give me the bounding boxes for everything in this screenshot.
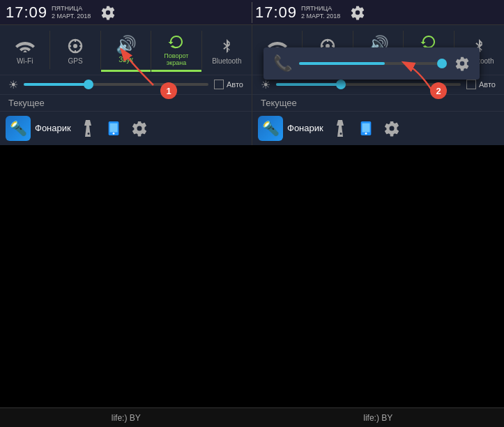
auto-check-right[interactable]: Авто	[466, 80, 496, 89]
time-right: 17:09	[255, 3, 297, 22]
time-left: 17:09	[6, 3, 47, 22]
svg-point-8	[112, 133, 114, 135]
fonarik-icon-left[interactable]	[6, 116, 31, 141]
bottom-label-right: life:) BY	[363, 413, 392, 423]
bottom-bar: life:) BY life:) BY	[0, 407, 504, 427]
gps-toggle[interactable]: GPS	[50, 28, 100, 72]
svg-point-1	[73, 44, 77, 48]
status-bar: 17:09 ПЯТНИЦА 2 МАРТ. 2018 17:09 ПЯТНИЦА…	[0, 0, 504, 25]
bluetooth-toggle[interactable]: Bluetooth	[202, 28, 252, 72]
auto-label-right: Авто	[479, 80, 496, 89]
settings-icon-right[interactable]	[383, 120, 400, 137]
auto-label-left: Авто	[227, 80, 243, 89]
flashlight-icon-right[interactable]	[333, 119, 349, 138]
brightness-thumb-right[interactable]	[336, 80, 346, 89]
fonarik-label-right: Фонарик	[287, 123, 323, 133]
date-right: ПЯТНИЦА 2 МАРТ. 2018	[301, 5, 340, 20]
bottom-label-left: life:) BY	[112, 413, 141, 423]
phone-icon-right[interactable]	[358, 119, 374, 138]
fonarik-app-left[interactable]: Фонарик	[6, 116, 71, 141]
shortcuts-right: Фонарик	[252, 112, 504, 145]
current-label-left: Текущее	[0, 95, 252, 112]
volume-settings-icon[interactable]	[455, 56, 470, 71]
fonarik-icon-right[interactable]	[258, 116, 283, 141]
brightness-icon-left: ☀	[8, 78, 18, 91]
volume-popup: 📞	[264, 47, 480, 80]
svg-rect-7	[109, 123, 117, 132]
gear-icon-left[interactable]	[100, 5, 116, 20]
brightness-fill-left	[24, 83, 89, 86]
gps-icon	[64, 36, 86, 56]
fonarik-app-right[interactable]: Фонарик	[258, 116, 323, 141]
wifi-label: Wi-Fi	[17, 57, 33, 65]
fonarik-label-left: Фонарик	[35, 123, 71, 133]
date-left: ПЯТНИЦА 2 МАРТ. 2018	[52, 5, 91, 20]
auto-checkbox-right[interactable]	[466, 80, 476, 89]
status-right: 17:09 ПЯТНИЦА 2 МАРТ. 2018	[255, 3, 498, 22]
right-panel: Wi-Fi GPS	[252, 25, 504, 145]
svg-point-17	[365, 133, 367, 135]
flashlight-icon-left[interactable]	[81, 119, 96, 138]
settings-icon-left[interactable]	[131, 120, 148, 137]
content-area	[0, 145, 504, 427]
rotate-label: Поворотэкрана	[164, 53, 188, 67]
auto-checkbox-left[interactable]	[214, 80, 224, 89]
volume-fill	[299, 62, 385, 65]
shortcut-icons-left	[81, 119, 148, 138]
current-label-right: Текущее	[252, 95, 504, 112]
auto-check-left[interactable]: Авто	[214, 80, 243, 89]
status-divider	[252, 2, 252, 23]
shortcut-icons-right	[333, 119, 400, 138]
brightness-icon-right: ☀	[261, 78, 270, 91]
gear-icon-right[interactable]	[350, 5, 365, 20]
bluetooth-icon	[215, 36, 238, 56]
volume-phone-icon: 📞	[273, 54, 292, 73]
shortcuts-left: Фонарик	[0, 112, 252, 145]
arrow-1	[112, 43, 167, 95]
wifi-toggle[interactable]: Wi-Fi	[0, 28, 49, 72]
bluetooth-label: Bluetooth	[212, 57, 241, 65]
brightness-thumb-left[interactable]	[84, 80, 93, 89]
rotate-icon	[165, 32, 188, 52]
wifi-icon	[14, 36, 36, 56]
arrow-2	[390, 56, 446, 100]
brightness-fill-right	[276, 83, 341, 86]
svg-rect-16	[362, 123, 369, 132]
phone-icon-left[interactable]	[106, 119, 121, 138]
status-left: 17:09 ПЯТНИЦА 2 МАРТ. 2018	[6, 3, 249, 22]
gps-label: GPS	[68, 57, 83, 65]
